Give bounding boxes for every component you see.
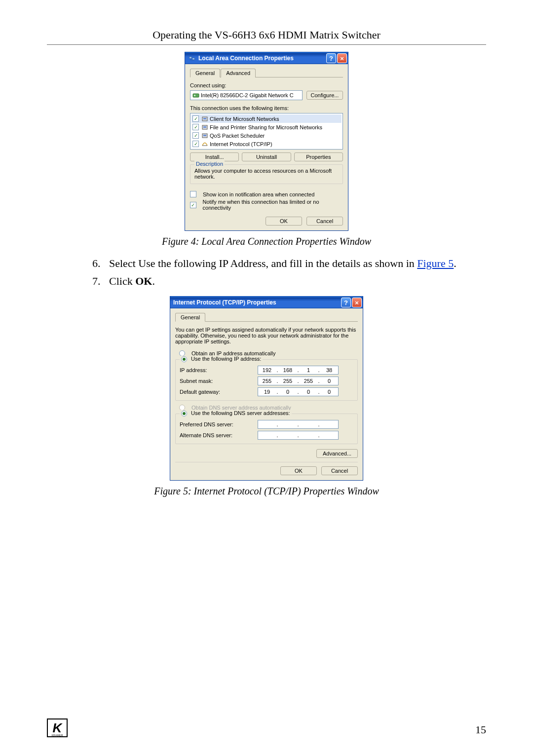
list-item-label: File and Printer Sharing for Microsoft N… xyxy=(210,124,322,130)
close-icon[interactable]: × xyxy=(337,53,347,63)
svg-rect-9 xyxy=(203,135,206,136)
checkbox-icon[interactable]: ✓ xyxy=(192,141,199,147)
list-item[interactable]: ✓ Client for Microsoft Networks xyxy=(191,114,342,123)
help-icon[interactable]: ? xyxy=(326,53,336,63)
alt-dns-label: Alternate DNS server: xyxy=(180,432,254,438)
step-text: Click xyxy=(109,275,135,287)
figure5-link[interactable]: Figure 5 xyxy=(417,257,454,269)
radio-icon[interactable] xyxy=(181,356,187,362)
items-listbox[interactable]: ✓ Client for Microsoft Networks ✓ File a… xyxy=(190,113,343,150)
intro-text: You can get IP settings assigned automat… xyxy=(175,327,358,344)
cancel-button[interactable]: Cancel xyxy=(306,217,343,226)
cancel-button[interactable]: Cancel xyxy=(321,466,358,475)
lac-properties-dialog: Local Area Connection Properties ? × Gen… xyxy=(185,52,348,231)
list-item-label: Client for Microsoft Networks xyxy=(210,116,279,122)
pref-dns-label: Preferred DNS server: xyxy=(180,421,254,427)
tcpip-titlebar[interactable]: Internet Protocol (TCP/IP) Properties ? … xyxy=(170,297,363,308)
svg-rect-0 xyxy=(190,57,192,59)
ip-seg: 168 xyxy=(279,367,297,373)
network-icon xyxy=(188,54,196,62)
show-icon-option[interactable]: Show icon in notification area when conn… xyxy=(190,191,343,197)
gateway-input[interactable]: 19. 0. 0. 0 xyxy=(258,387,339,396)
ip-seg: 255 xyxy=(300,378,317,384)
list-item[interactable]: ✓ QoS Packet Scheduler xyxy=(191,131,342,140)
step-7-text: Click OK. xyxy=(109,274,476,289)
ip-seg: 0 xyxy=(320,389,338,395)
step-number: 7. xyxy=(92,274,109,289)
properties-button[interactable]: Properties xyxy=(294,152,343,161)
list-item-label: QoS Packet Scheduler xyxy=(210,133,265,139)
advanced-button[interactable]: Advanced... xyxy=(316,449,358,458)
tab-advanced[interactable]: Advanced xyxy=(221,69,256,77)
ip-seg: 255 xyxy=(279,378,297,384)
list-item-label: Internet Protocol (TCP/IP) xyxy=(210,141,272,147)
use-ip-group: Use the following IP address: IP address… xyxy=(175,359,358,401)
tcpip-tabs: General xyxy=(175,312,358,322)
step-number: 6. xyxy=(92,256,109,271)
checkbox-icon[interactable] xyxy=(190,191,196,197)
checkbox-icon[interactable]: ✓ xyxy=(192,124,199,130)
nic-icon xyxy=(192,92,199,98)
checkbox-icon[interactable]: ✓ xyxy=(192,132,199,139)
ip-seg: 38 xyxy=(320,367,338,373)
ip-seg: 19 xyxy=(258,389,276,395)
lac-titlebar[interactable]: Local Area Connection Properties ? × xyxy=(185,52,348,64)
tcpip-title: Internet Protocol (TCP/IP) Properties xyxy=(173,299,276,306)
use-dns-group: Use the following DNS server addresses: … xyxy=(175,414,358,444)
use-ip-legend: Use the following IP address: xyxy=(180,356,263,362)
lac-tabs: General Advanced xyxy=(190,68,343,77)
ip-seg: 255 xyxy=(258,378,276,384)
notify-option[interactable]: ✓ Notify me when this connection has lim… xyxy=(190,199,343,211)
install-button[interactable]: Install... xyxy=(190,152,239,161)
pref-dns-input[interactable]: . . . xyxy=(258,420,339,429)
step-6-text: Select Use the following IP Address, and… xyxy=(109,256,476,271)
ip-address-input[interactable]: 192. 168. 1. 38 xyxy=(258,366,339,375)
show-icon-label: Show icon in notification area when conn… xyxy=(203,191,314,197)
ok-button[interactable]: OK xyxy=(280,466,317,475)
step-text: Select Use the following IP Address, and… xyxy=(109,257,417,269)
ip-seg: 0 xyxy=(320,378,338,384)
tcpip-icon xyxy=(201,141,208,147)
logo-letter: K xyxy=(53,720,62,736)
list-item[interactable]: ✓ Internet Protocol (TCP/IP) xyxy=(191,140,342,148)
description-group: Description Allows your computer to acce… xyxy=(190,164,343,184)
figure5-caption: Figure 5: Internet Protocol (TCP/IP) Pro… xyxy=(47,486,486,497)
svg-rect-5 xyxy=(203,118,206,119)
adapter-name: Intel(R) 82566DC-2 Gigabit Network C xyxy=(201,92,294,98)
notify-label: Notify me when this connection has limit… xyxy=(203,199,343,211)
ip-address-label: IP address: xyxy=(180,367,254,373)
adapter-field[interactable]: Intel(R) 82566DC-2 Gigabit Network C xyxy=(190,90,303,100)
lac-title: Local Area Connection Properties xyxy=(198,55,294,62)
use-dns-legend: Use the following DNS server addresses: xyxy=(180,410,292,416)
tab-general[interactable]: General xyxy=(190,69,220,77)
configure-button[interactable]: Configure... xyxy=(306,91,343,100)
alt-dns-input[interactable]: . . . xyxy=(258,431,339,440)
tab-general[interactable]: General xyxy=(175,313,205,322)
client-icon xyxy=(201,116,208,122)
connect-using-label: Connect using: xyxy=(190,82,343,88)
subnet-input[interactable]: 255. 255. 255. 0 xyxy=(258,377,339,385)
radio-icon[interactable] xyxy=(181,411,187,416)
svg-rect-3 xyxy=(194,95,195,96)
svg-rect-1 xyxy=(192,58,195,60)
help-icon[interactable]: ? xyxy=(341,298,351,307)
ip-seg: 192 xyxy=(258,367,276,373)
qos-icon xyxy=(201,133,208,139)
checkbox-icon[interactable]: ✓ xyxy=(190,202,196,208)
checkbox-icon[interactable]: ✓ xyxy=(192,115,199,122)
step-text: . xyxy=(152,275,155,287)
close-icon[interactable]: × xyxy=(352,298,362,307)
step-text: . xyxy=(454,257,457,269)
kramer-logo: K KRAMER xyxy=(47,718,68,737)
subnet-label: Subnet mask: xyxy=(180,378,254,384)
tcpip-properties-dialog: Internet Protocol (TCP/IP) Properties ? … xyxy=(170,296,363,481)
uninstall-button[interactable]: Uninstall xyxy=(242,152,291,161)
list-item[interactable]: ✓ File and Printer Sharing for Microsoft… xyxy=(191,123,342,131)
figure4-caption: Figure 4: Local Area Connection Properti… xyxy=(47,236,486,247)
ok-button[interactable]: OK xyxy=(266,217,302,226)
page-number: 15 xyxy=(475,723,486,736)
logo-brand: KRAMER xyxy=(48,734,67,737)
svg-rect-7 xyxy=(203,126,206,128)
gateway-label: Default gateway: xyxy=(180,389,254,395)
use-dns-label: Use the following DNS server addresses: xyxy=(191,410,290,416)
